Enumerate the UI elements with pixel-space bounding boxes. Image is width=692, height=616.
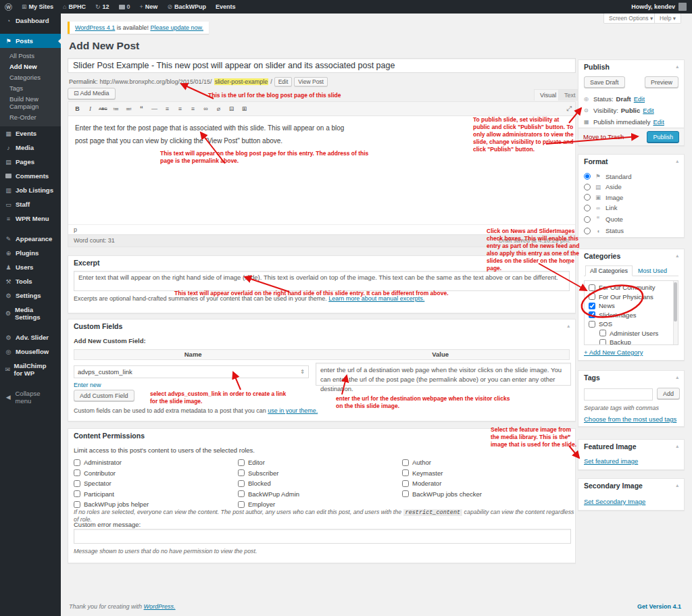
toolbar-toggle-icon[interactable]: ⊞ bbox=[239, 104, 250, 114]
sidebar-item-users[interactable]: ♟Users bbox=[0, 260, 61, 274]
sidebar-item-mailchimp[interactable]: ✉MailChimp for WP bbox=[0, 359, 61, 380]
role-checkbox[interactable] bbox=[238, 480, 245, 487]
toggle-icon[interactable]: ▴ bbox=[676, 253, 678, 259]
format-radio[interactable] bbox=[584, 184, 591, 190]
format-radio[interactable] bbox=[584, 216, 591, 223]
submenu-add-new[interactable]: Add New bbox=[0, 61, 61, 72]
site-menu[interactable]: ⌂BPHC bbox=[58, 0, 91, 14]
preview-button[interactable]: Preview bbox=[645, 76, 678, 88]
category-checkbox[interactable] bbox=[589, 311, 595, 318]
sidebar-item-plugins[interactable]: ⊕Plugins bbox=[0, 246, 61, 260]
edit-status-link[interactable]: Edit bbox=[634, 95, 645, 103]
updates-menu[interactable]: ↻12 bbox=[91, 0, 114, 14]
scrollbar[interactable] bbox=[673, 281, 678, 344]
sidebar-item-posts[interactable]: ⚑Posts bbox=[0, 34, 61, 48]
unlink-icon[interactable]: ⌀ bbox=[213, 104, 224, 114]
toggle-icon[interactable]: ▴ bbox=[676, 444, 678, 449]
format-option-quote[interactable]: “Quote bbox=[584, 215, 678, 224]
submenu-categories[interactable]: Categories bbox=[0, 72, 61, 82]
enter-new-link[interactable]: Enter new bbox=[74, 382, 101, 388]
format-option-aside[interactable]: ▤Aside bbox=[584, 183, 678, 190]
footer-version-link[interactable]: Get Version 4.1 bbox=[637, 603, 681, 610]
post-title-input[interactable] bbox=[68, 58, 576, 73]
tab-all-categories[interactable]: All Categories bbox=[585, 265, 633, 276]
role-checkbox[interactable] bbox=[74, 469, 80, 476]
custom-field-value-textarea[interactable]: enter the url of a destination web page … bbox=[316, 363, 571, 386]
help-button[interactable]: Help ▾ bbox=[654, 14, 681, 24]
add-new-category-link[interactable]: + Add New Category bbox=[584, 349, 643, 356]
align-center-icon[interactable]: ≡ bbox=[174, 104, 186, 114]
strikethrough-icon[interactable]: ABC bbox=[97, 104, 109, 114]
submenu-build-new-campaign[interactable]: Build New Campaign bbox=[0, 93, 61, 111]
wordpress-version-link[interactable]: WordPress 4.1 bbox=[75, 24, 115, 31]
format-option-standard[interactable]: ⚑Standard bbox=[584, 173, 678, 180]
role-checkbox[interactable] bbox=[402, 459, 409, 466]
move-to-trash-link[interactable]: Move to Trash bbox=[583, 133, 624, 140]
tab-most-used[interactable]: Most Used bbox=[638, 266, 667, 276]
bullet-list-icon[interactable]: ≔ bbox=[110, 104, 122, 114]
sidebar-item-tools[interactable]: ⚒Tools bbox=[0, 274, 61, 288]
account-menu[interactable]: Howdy, kendev bbox=[631, 3, 692, 11]
sidebar-item-staff[interactable]: ▭Staff bbox=[0, 197, 61, 211]
category-checkbox[interactable] bbox=[599, 330, 606, 336]
format-option-image[interactable]: ▣Image bbox=[584, 194, 678, 201]
custom-field-name-select[interactable]: advps_custom_link ⇕ bbox=[74, 365, 309, 378]
category-row[interactable]: Backup bbox=[599, 338, 671, 345]
add-custom-field-button[interactable]: Add Custom Field bbox=[74, 390, 134, 401]
secondary-image-header[interactable]: Secondary Image▴ bbox=[578, 479, 684, 492]
featured-image-header[interactable]: Featured Image▴ bbox=[578, 440, 684, 453]
role-checkbox[interactable] bbox=[402, 480, 409, 487]
sidebar-item-media[interactable]: ♪Media bbox=[0, 140, 61, 155]
toggle-icon[interactable]: ▴ bbox=[676, 375, 678, 380]
horizontal-rule-icon[interactable]: — bbox=[149, 104, 160, 114]
sidebar-item-settings[interactable]: ⚙Settings bbox=[0, 288, 61, 303]
save-draft-button[interactable]: Save Draft bbox=[584, 76, 625, 88]
sidebar-item-media-settings[interactable]: ⚙Media Settings bbox=[0, 303, 61, 324]
screen-options-button[interactable]: Screen Options ▾ bbox=[603, 14, 658, 24]
toggle-icon[interactable]: ▴ bbox=[676, 64, 678, 70]
categories-header[interactable]: Categories▴ bbox=[578, 249, 684, 263]
role-checkbox[interactable] bbox=[238, 459, 245, 466]
view-post-button[interactable]: View Post bbox=[294, 77, 328, 86]
publish-button[interactable]: Publish bbox=[647, 131, 679, 143]
bold-icon[interactable]: B bbox=[72, 104, 83, 114]
sidebar-item-comments[interactable]: Comments bbox=[0, 169, 61, 183]
new-content-menu[interactable]: +New bbox=[135, 0, 163, 14]
sidebar-item-dashboard[interactable]: ◔Dashboard bbox=[0, 14, 61, 28]
events-menu[interactable]: Events bbox=[211, 0, 241, 14]
wp-logo-menu[interactable]: W bbox=[0, 0, 17, 14]
format-header[interactable]: Format▴ bbox=[578, 155, 684, 168]
numbered-list-icon[interactable]: ≕ bbox=[123, 104, 134, 114]
blockquote-icon[interactable]: “ bbox=[136, 104, 147, 114]
role-checkbox[interactable] bbox=[74, 490, 80, 497]
category-row[interactable]: Administer Users bbox=[599, 330, 671, 337]
category-checkbox[interactable] bbox=[599, 339, 606, 346]
set-secondary-image-link[interactable]: Set Secondary Image bbox=[584, 498, 645, 505]
edit-permalink-button[interactable]: Edit bbox=[274, 77, 293, 86]
my-sites-menu[interactable]: ⊞My Sites bbox=[17, 0, 58, 14]
sidebar-item-pages[interactable]: ▤Pages bbox=[0, 155, 61, 169]
fullscreen-icon[interactable]: ⤢ bbox=[566, 105, 572, 113]
sidebar-item-events[interactable]: ▦Events bbox=[0, 126, 61, 140]
sidebar-item-adv-slider[interactable]: ⚙Adv. Slider bbox=[0, 330, 61, 344]
align-left-icon[interactable]: ≡ bbox=[162, 104, 173, 114]
submenu-tags[interactable]: Tags bbox=[0, 82, 61, 93]
excerpt-textarea[interactable]: Enter text that will appear on the right… bbox=[74, 271, 570, 291]
category-row-sliderimages[interactable]: SliderImages bbox=[589, 311, 671, 319]
update-now-link[interactable]: Please update now. bbox=[150, 24, 203, 31]
edit-visibility-link[interactable]: Edit bbox=[643, 107, 653, 114]
role-checkbox[interactable] bbox=[402, 469, 409, 476]
toggle-icon[interactable]: ▴ bbox=[567, 324, 570, 329]
category-checkbox[interactable] bbox=[589, 321, 595, 328]
role-checkbox[interactable] bbox=[74, 459, 80, 466]
role-checkbox[interactable] bbox=[74, 501, 80, 508]
custom-error-textarea[interactable] bbox=[74, 529, 571, 544]
category-row-news[interactable]: News bbox=[589, 302, 671, 309]
add-media-button[interactable]: ⊡ Add Media bbox=[68, 88, 116, 99]
use-in-your-theme-link[interactable]: use in your theme. bbox=[268, 407, 318, 414]
submenu-re-order[interactable]: Re-Order bbox=[0, 111, 61, 122]
format-radio[interactable] bbox=[584, 173, 591, 180]
category-row[interactable]: SOS bbox=[589, 320, 671, 328]
role-checkbox[interactable] bbox=[238, 501, 245, 508]
align-right-icon[interactable]: ≡ bbox=[187, 104, 199, 114]
